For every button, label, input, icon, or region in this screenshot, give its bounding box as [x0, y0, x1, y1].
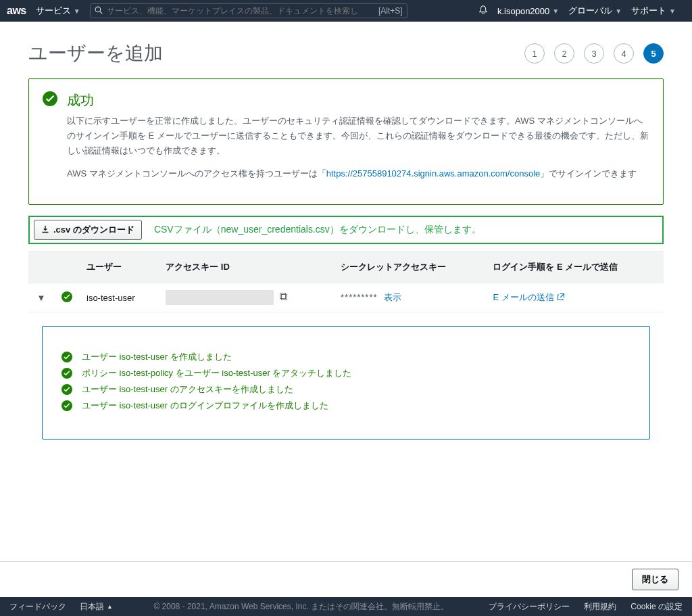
- notifications-icon[interactable]: [478, 5, 488, 17]
- table-row: ▼ iso-test-user ********* 表示: [28, 283, 664, 312]
- detail-msg: ユーザー iso-test-user のログインプロファイルを作成しました: [82, 400, 328, 412]
- col-user: ユーザー: [80, 252, 159, 283]
- region-label: グローバル: [568, 5, 612, 17]
- success-text-2: AWS マネジメントコンソールへのアクセス権を持つユーザーは「https://2…: [67, 166, 649, 181]
- external-icon: [557, 293, 565, 303]
- account-label: k.isopon2000: [497, 6, 549, 16]
- language-menu[interactable]: 日本語 ▲: [80, 601, 113, 613]
- caret-down-icon: ▼: [74, 7, 80, 15]
- svg-rect-4: [282, 294, 287, 300]
- step-4[interactable]: 4: [614, 43, 634, 64]
- step-1[interactable]: 1: [524, 43, 545, 64]
- account-menu[interactable]: k.isopon2000 ▼: [497, 6, 559, 16]
- send-email-label: E メールの送信: [493, 291, 553, 304]
- csv-download-row: .csv のダウンロード CSVファイル（new_user_credential…: [28, 216, 664, 244]
- caret-down-icon: ▼: [615, 7, 622, 15]
- download-csv-button[interactable]: .csv のダウンロード: [34, 220, 142, 240]
- search-input[interactable]: [107, 6, 374, 16]
- support-menu[interactable]: サポート ▼: [631, 5, 676, 17]
- download-icon: [41, 225, 49, 235]
- cell-user: iso-test-user: [80, 283, 159, 312]
- copyright: © 2008 - 2021, Amazon Web Services, Inc.…: [126, 601, 476, 613]
- csv-note: CSVファイル（new_user_credentials.csv）をダウンロード…: [154, 224, 481, 236]
- services-menu[interactable]: サービス ▼: [36, 5, 80, 17]
- detail-row: ユーザー iso-test-user のアクセスキーを作成しました: [61, 383, 631, 396]
- caret-down-icon: ▼: [669, 7, 676, 15]
- services-label: サービス: [36, 5, 71, 17]
- close-button[interactable]: 閉じる: [632, 569, 678, 590]
- signin-link[interactable]: https://257558910274.signin.aws.amazon.c…: [326, 168, 541, 179]
- wizard-steps: 1 2 3 4 5: [524, 43, 664, 64]
- success-icon: [43, 91, 57, 189]
- caret-down-icon: ▼: [552, 7, 559, 15]
- success-title: 成功: [67, 91, 649, 110]
- search-icon: [95, 6, 103, 16]
- access-key-masked: [166, 290, 274, 305]
- svg-rect-5: [280, 293, 286, 299]
- top-nav: aws サービス ▼ [Alt+S] k.isopon2000 ▼ グローバル …: [0, 0, 692, 22]
- detail-msg: ユーザー iso-test-user のアクセスキーを作成しました: [82, 383, 293, 396]
- caret-up-icon: ▲: [107, 603, 113, 610]
- col-secret: シークレットアクセスキー: [334, 252, 486, 283]
- send-email-link[interactable]: E メールの送信: [493, 291, 564, 304]
- users-table: ユーザー アクセスキー ID シークレットアクセスキー ログイン手順を E メー…: [28, 251, 664, 312]
- svg-point-0: [95, 7, 101, 12]
- row-status-icon: [54, 283, 80, 312]
- page-title: ユーザーを追加: [28, 41, 163, 66]
- step-5[interactable]: 5: [643, 43, 664, 64]
- secret-masked: *********: [341, 292, 378, 302]
- step-3[interactable]: 3: [584, 43, 604, 64]
- col-access: アクセスキー ID: [159, 252, 334, 283]
- svg-line-1: [100, 11, 102, 13]
- aws-logo[interactable]: aws: [7, 5, 26, 17]
- cookie-link[interactable]: Cookie の設定: [631, 602, 683, 611]
- download-csv-label: .csv のダウンロード: [53, 224, 134, 236]
- success-alert: 成功 以下に示すユーザーを正常に作成しました。ユーザーのセキュリティ認証情報を確…: [28, 78, 664, 205]
- footer: フィードバック 日本語 ▲ © 2008 - 2021, Amazon Web …: [0, 597, 692, 616]
- privacy-link[interactable]: プライバシーポリシー: [489, 602, 570, 611]
- detail-msg: ポリシー iso-test-policy をユーザー iso-test-user…: [82, 367, 351, 379]
- details-box: ユーザー iso-test-user を作成しました ポリシー iso-test…: [42, 326, 650, 440]
- region-menu[interactable]: グローバル ▼: [568, 5, 622, 17]
- copy-icon[interactable]: [279, 292, 289, 304]
- expand-toggle[interactable]: ▼: [28, 283, 54, 312]
- detail-row: ユーザー iso-test-user のログインプロファイルを作成しました: [61, 400, 631, 412]
- step-2[interactable]: 2: [554, 43, 574, 64]
- action-bar: 閉じる: [0, 561, 692, 597]
- feedback-link[interactable]: フィードバック: [9, 601, 66, 613]
- detail-row: ポリシー iso-test-policy をユーザー iso-test-user…: [61, 367, 631, 379]
- detail-msg: ユーザー iso-test-user を作成しました: [82, 351, 232, 363]
- detail-row: ユーザー iso-test-user を作成しました: [61, 351, 631, 363]
- support-label: サポート: [631, 5, 666, 17]
- success-text-1: 以下に示すユーザーを正常に作成しました。ユーザーのセキュリティ認証情報を確認して…: [67, 114, 649, 158]
- search-hint: [Alt+S]: [378, 6, 403, 16]
- show-secret-link[interactable]: 表示: [384, 292, 401, 302]
- terms-link[interactable]: 利用規約: [584, 602, 616, 611]
- search-box[interactable]: [Alt+S]: [90, 3, 407, 18]
- col-email: ログイン手順を E メールで送信: [486, 252, 664, 283]
